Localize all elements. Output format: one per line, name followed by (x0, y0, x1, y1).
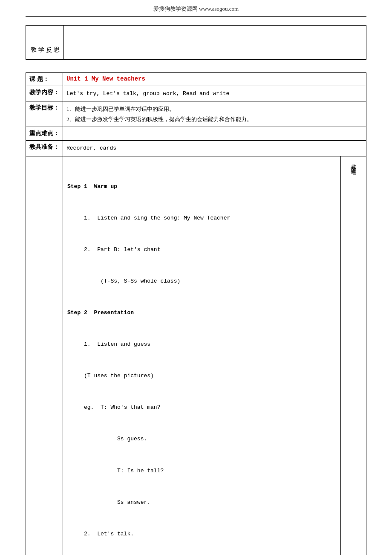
tools-content: Recorder, cards (63, 141, 366, 156)
objective-label: 教学目标： (26, 101, 63, 127)
step2-line6: Ss answer. (67, 497, 336, 508)
step2-line4: Ss guess. (67, 434, 336, 445)
reflection-table: 教学反思 (26, 25, 366, 60)
objective-line-1: 1、能进一步巩固已学单词在对话中的应用。 (66, 104, 363, 114)
process-label: 教 学 过 程 (26, 156, 63, 555)
step1-header: Step 1 Warm up (67, 182, 336, 192)
objective-content: 1、能进一步巩固已学单词在对话中的应用。 2、能进一步激发学生学习英语的积极性，… (63, 101, 366, 127)
objective-row: 教学目标： 1、能进一步巩固已学单词在对话中的应用。 2、能进一步激发学生学习英… (26, 101, 366, 127)
lesson-table: 课 题： Unit 1 My New teachers 教学内容： Let's … (26, 72, 366, 555)
course-label: 课 题： (26, 73, 63, 86)
step2-line2: (T uses the pictures) (67, 371, 336, 382)
key-label: 重点难点： (26, 127, 63, 141)
step2-header: Step 2 Presentation (67, 308, 336, 318)
side-note-cell: 教学随笔 (341, 156, 366, 555)
step1-line1: 1. Listen and sing the song: My New Teac… (67, 213, 336, 224)
content-label: 教学内容： (26, 86, 63, 101)
tools-label: 教具准备： (26, 141, 63, 156)
header-text: 爱搜狗教学资源网 www.asogou.com (153, 6, 239, 12)
key-content (63, 127, 366, 141)
step2-line7: 2. Let's talk. (67, 529, 336, 540)
content-row: 教学内容： Let's try, Let's talk, group work,… (26, 86, 366, 101)
step1-line3: (T-Ss, S-Ss whole class) (67, 276, 336, 287)
process-content-cell: Step 1 Warm up 1. Listen and sing the so… (63, 156, 341, 555)
process-row: 教 学 过 程 Step 1 Warm up 1. Listen and sin… (26, 156, 366, 555)
page-content: 教学反思 课 题： Unit 1 My New teachers 教学内容： L… (0, 17, 392, 555)
objective-line-2: 2、能进一步激发学生学习英语的积极性，提高学生的会话能力和合作能力。 (66, 114, 363, 124)
side-note-label: 教学随笔 (350, 160, 357, 167)
course-title: Unit 1 My New teachers (66, 75, 145, 82)
key-row: 重点难点： (26, 127, 366, 141)
page-header: 爱搜狗教学资源网 www.asogou.com (26, 0, 366, 17)
content-value: Let's try, Let's talk, group work, Read … (63, 86, 366, 101)
step2-line5: T: Is he tall? (67, 466, 336, 477)
step2-line1: 1. Listen and guess (67, 339, 336, 350)
step2-line3: eg. T: Who's that man? (67, 402, 336, 413)
course-title-cell: Unit 1 My New teachers (63, 73, 366, 86)
reflection-content (64, 26, 366, 60)
tools-row: 教具准备： Recorder, cards (26, 141, 366, 156)
course-row: 课 题： Unit 1 My New teachers (26, 73, 366, 86)
reflection-label: 教学反思 (26, 26, 64, 60)
step1-line2: 2. Part B: let's chant (67, 245, 336, 255)
